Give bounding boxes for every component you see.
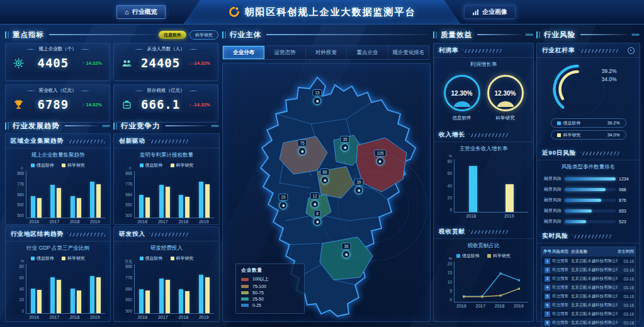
- legend-label: 50-75: [252, 291, 264, 295]
- occur-time: 03-16: [618, 285, 634, 290]
- stat-label: 从业人员数（人）: [119, 46, 213, 52]
- bar: [139, 195, 144, 218]
- subsection-header: 行业地区结构趋势: [6, 227, 110, 241]
- x-tick: 2019: [194, 315, 215, 319]
- x-tick: 2018: [452, 214, 490, 218]
- bar: [90, 182, 94, 218]
- hatch-decoration: [463, 49, 503, 53]
- nav-industry-overview[interactable]: ⌂ 行业概览: [116, 5, 166, 19]
- risk-type-label: 融资风险: [543, 208, 562, 214]
- legend-label: 信息软件: [563, 120, 581, 126]
- axis-tick: 592: [17, 202, 24, 207]
- section-divider: [65, 125, 99, 126]
- table-row[interactable]: 4司法预警北京启航卓越科技有限公司03-16: [541, 283, 635, 292]
- bar: [31, 289, 35, 313]
- bar-group: [135, 171, 155, 218]
- map-marker[interactable]: 12: [310, 192, 319, 208]
- x-tick: 2019: [490, 214, 529, 218]
- dashboard: 朝阳区科创规上企业大数据监测平台 ⌂ 行业概览 企业画像 重点指标 信息软件 科…: [0, 0, 644, 327]
- map-marker[interactable]: 8: [314, 210, 322, 226]
- map-marker[interactable]: 36: [341, 243, 351, 258]
- table-row[interactable]: 5司法预警北京启航卓越科技有限公司03-16: [541, 292, 635, 301]
- company-name: 北京启航卓越科技有限公司: [571, 258, 618, 264]
- table-row[interactable]: 8司法预警北京启航卓越科技有限公司03-16: [541, 318, 635, 327]
- table-row[interactable]: 1司法预警北京启航卓越科技有限公司03-16: [541, 257, 635, 265]
- risk-count: 653: [619, 209, 634, 213]
- legend-item: 0-25: [241, 303, 299, 308]
- section-key-indicators: 重点指标 信息软件 科学研究: [5, 29, 218, 40]
- filter-tag-software[interactable]: 信息软件: [159, 31, 186, 39]
- x-tick: 2017: [153, 315, 174, 319]
- map-marker[interactable]: 29: [278, 194, 288, 209]
- bar-chart-icon: [472, 9, 479, 16]
- tab-运营态势[interactable]: 运营态势: [264, 46, 305, 59]
- panel-quality: 利润率 利润增长率 12.30%信息软件12.30%科学研究 收入增长 主营业务…: [433, 43, 534, 322]
- table-row[interactable]: 3司法预警北京启航卓越科技有限公司03-16: [541, 274, 635, 283]
- tab-规企变化排名[interactable]: 规企变化排名: [388, 46, 429, 59]
- map-marker[interactable]: 39: [354, 179, 363, 194]
- panel-agglomeration: 区域企业集聚趋势 规上企业数量集聚趋势 信息软件科学研究个86877668459…: [5, 133, 111, 225]
- subsection-title: 行业杠杆率: [542, 47, 575, 55]
- bar-group: [492, 159, 529, 212]
- more-button[interactable]: »»»: [525, 31, 533, 38]
- leverage-legend-item: 信息软件39.2%: [551, 118, 626, 128]
- home-icon: ⌂: [125, 8, 129, 16]
- row-index-badge: 8: [545, 320, 550, 326]
- marker-count: 29: [278, 194, 288, 201]
- info-icon[interactable]: [628, 47, 635, 54]
- table-row[interactable]: 2司法预警北京启航卓越科技有限公司03-16: [541, 265, 635, 274]
- table-row[interactable]: 6司法预警北京启航卓越科技有限公司03-16: [541, 301, 635, 309]
- more-button[interactable]: »»»: [211, 123, 218, 129]
- axis-unit: %: [21, 259, 24, 263]
- table-row[interactable]: 7司法预警北京启航卓越科技有限公司03-16: [541, 309, 635, 318]
- legend-item: 科学研究: [62, 162, 85, 169]
- legend-swatch: [241, 278, 249, 281]
- tab-重点企业[interactable]: 重点企业: [347, 46, 388, 59]
- axis-tick: 868: [17, 171, 24, 175]
- subsection-title: 利润率: [439, 47, 459, 55]
- bar: [166, 187, 170, 218]
- x-tick: 2016: [24, 315, 44, 319]
- trend-up-arrow: ↑ 14.32%: [82, 60, 102, 66]
- map-marker[interactable]: 75: [297, 140, 307, 155]
- x-axis: 2016201720182019: [132, 218, 214, 224]
- risk-count: 1234: [619, 177, 634, 181]
- map-marker[interactable]: 105: [375, 150, 387, 165]
- trend-up-arrow: ↑ 14.32%: [82, 102, 102, 108]
- gauge: 12.30%科学研究: [487, 75, 524, 121]
- chart-body: %806040200: [439, 159, 528, 213]
- more-button[interactable]: »»»: [102, 123, 110, 129]
- legend-item: 科学研究: [487, 253, 511, 259]
- risk-type: 司法预警: [552, 285, 571, 291]
- filter-tag-research[interactable]: 科学研究: [189, 30, 218, 40]
- map-marker[interactable]: 68: [320, 169, 329, 184]
- bar: [50, 185, 55, 218]
- row-index: 8: [543, 320, 552, 326]
- legend-item: 信息软件: [456, 253, 480, 259]
- company-name: 北京启航卓越科技有限公司: [571, 302, 618, 308]
- map-marker[interactable]: 15: [312, 89, 322, 105]
- panel-region-structure: 行业地区结构趋势 行业 GDP 占第三产业比例 信息软件科学研究%8060402…: [5, 226, 111, 322]
- axis-tick: 5: [449, 289, 452, 293]
- tab-企业分布[interactable]: 企业分布: [223, 46, 264, 59]
- bar-group: [66, 171, 86, 218]
- bar: [50, 277, 55, 313]
- map-legend-title: 企业数量: [241, 267, 299, 274]
- chart-legend: 信息软件科学研究: [11, 255, 105, 262]
- nav-enterprise-portrait[interactable]: 企业画像: [464, 5, 516, 19]
- gauge-value: 12.30%: [495, 90, 516, 97]
- map-marker[interactable]: 35: [340, 136, 349, 152]
- bar-group: [155, 264, 175, 313]
- tab-对外投资[interactable]: 对外投资: [306, 46, 347, 59]
- axis-tick: 776: [125, 275, 132, 280]
- section-industry-main: 行业主体: [222, 29, 429, 40]
- stat-value: 4405: [37, 56, 69, 70]
- axis-tick: 592: [125, 297, 132, 302]
- legend-swatch: [171, 257, 174, 260]
- subsection-header: 创新驱动: [114, 134, 219, 148]
- more-button[interactable]: »»»: [631, 31, 639, 38]
- risk-bar-row: 融资风险876: [543, 197, 634, 203]
- kpi-card-grid: 规上企业数（个）4405↑ 14.32%从业人员数（人）24405↓ -14.3…: [5, 43, 218, 123]
- marker-pin-icon: [313, 97, 321, 105]
- bar: [179, 289, 183, 313]
